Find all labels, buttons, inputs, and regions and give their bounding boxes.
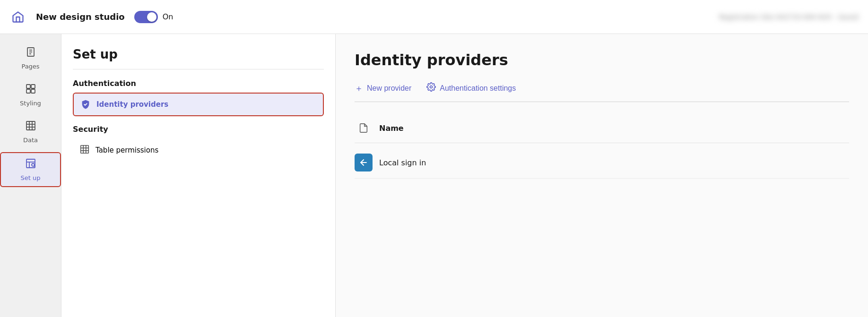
section-authentication-title: Authentication bbox=[73, 79, 324, 88]
nav-item-table-permissions[interactable]: Table permissions bbox=[73, 138, 324, 162]
setup-panel: Set up Authentication Identity providers… bbox=[61, 34, 336, 317]
content-area: Identity providers ＋ New provider Authen… bbox=[336, 34, 868, 317]
nav-item-identity-providers[interactable]: Identity providers bbox=[73, 93, 324, 116]
data-icon bbox=[25, 120, 36, 134]
shield-check-icon bbox=[80, 99, 91, 110]
header-file-icon bbox=[355, 119, 373, 137]
design-studio-toggle[interactable] bbox=[134, 11, 158, 23]
styling-icon bbox=[25, 83, 36, 97]
action-bar: ＋ New provider Authentication settings bbox=[355, 82, 849, 102]
home-button[interactable] bbox=[9, 9, 26, 26]
svg-rect-8 bbox=[26, 121, 35, 130]
toggle-knob bbox=[147, 12, 156, 22]
svg-rect-4 bbox=[26, 85, 30, 88]
setup-panel-title: Set up bbox=[73, 47, 324, 69]
nav-item-table-permissions-label: Table permissions bbox=[95, 146, 158, 154]
new-provider-label: New provider bbox=[367, 84, 411, 93]
table-row[interactable]: Local sign in bbox=[355, 147, 849, 179]
local-sign-in-label: Local sign in bbox=[379, 158, 426, 167]
svg-rect-18 bbox=[81, 146, 89, 154]
gear-icon bbox=[426, 82, 436, 94]
app-title: New design studio bbox=[36, 12, 125, 22]
svg-point-23 bbox=[430, 86, 433, 88]
main-content: Pages Styling bbox=[0, 34, 868, 317]
svg-rect-6 bbox=[26, 89, 30, 93]
sidebar-label-setup: Set up bbox=[21, 174, 41, 181]
sidebar-item-styling[interactable]: Styling bbox=[0, 78, 61, 111]
table-permissions-icon bbox=[79, 144, 90, 156]
toggle-label: On bbox=[163, 12, 174, 21]
sidebar: Pages Styling bbox=[0, 34, 61, 317]
table-header: Name bbox=[355, 113, 849, 143]
sidebar-label-styling: Styling bbox=[20, 100, 41, 107]
sidebar-label-pages: Pages bbox=[21, 63, 39, 70]
table-header-name: Name bbox=[379, 124, 404, 133]
sidebar-item-data[interactable]: Data bbox=[0, 115, 61, 148]
saved-notice: Registration Site 042733-094 N35 - Saved bbox=[719, 13, 859, 21]
svg-rect-5 bbox=[31, 85, 35, 88]
pages-icon bbox=[25, 46, 36, 60]
content-title: Identity providers bbox=[355, 51, 849, 69]
setup-icon bbox=[25, 158, 36, 171]
sidebar-item-setup[interactable]: Set up bbox=[0, 152, 61, 187]
sidebar-label-data: Data bbox=[23, 137, 38, 144]
nav-item-identity-providers-label: Identity providers bbox=[96, 100, 168, 109]
topbar: New design studio On Registration Site 0… bbox=[0, 0, 868, 34]
sidebar-item-pages[interactable]: Pages bbox=[0, 42, 61, 75]
new-provider-button[interactable]: ＋ New provider bbox=[355, 83, 411, 94]
section-security-title: Security bbox=[73, 125, 324, 134]
toggle-container: On bbox=[134, 11, 174, 23]
auth-settings-button[interactable]: Authentication settings bbox=[426, 82, 516, 94]
plus-icon: ＋ bbox=[355, 83, 363, 94]
local-sign-in-icon bbox=[355, 154, 373, 171]
auth-settings-label: Authentication settings bbox=[440, 84, 516, 93]
svg-rect-7 bbox=[31, 89, 35, 93]
